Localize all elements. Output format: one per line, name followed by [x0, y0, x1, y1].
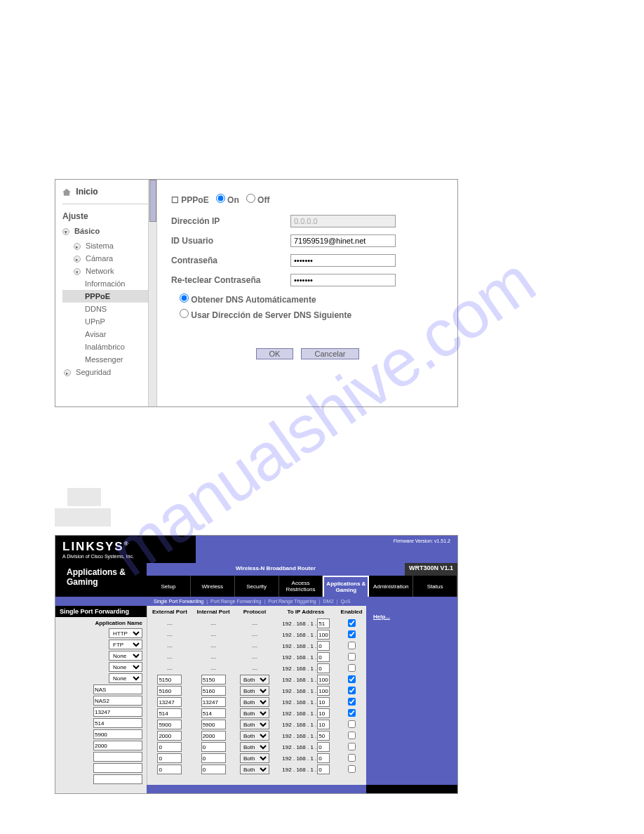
sidebar-sub-messenger[interactable]: Messenger: [62, 353, 152, 366]
app-name-input[interactable]: [93, 718, 142, 728]
sidebar-sub-ddns[interactable]: DDNS: [62, 303, 152, 315]
ip-last-octet[interactable]: [317, 618, 330, 628]
password2-field[interactable]: [290, 274, 396, 286]
sidebar-sub-pppoe[interactable]: PPPoE: [62, 290, 152, 303]
protocol-select[interactable]: Both: [240, 764, 269, 774]
app-name-input[interactable]: [93, 696, 142, 706]
ip-last-octet[interactable]: [317, 686, 330, 696]
enabled-checkbox[interactable]: [348, 630, 356, 638]
scrollbar[interactable]: [148, 180, 156, 406]
protocol-select[interactable]: Both: [240, 731, 269, 741]
subnav-dmz[interactable]: DMZ: [323, 599, 334, 604]
app-select[interactable]: None: [109, 662, 142, 672]
protocol-select[interactable]: Both: [240, 697, 269, 707]
app-select[interactable]: None: [109, 651, 142, 661]
tab-administration[interactable]: Administration: [369, 576, 413, 597]
enabled-checkbox[interactable]: [348, 754, 356, 762]
cancel-button[interactable]: Cancelar: [301, 348, 358, 359]
app-name-input[interactable]: [93, 752, 142, 762]
tab-wireless[interactable]: Wireless: [191, 576, 235, 597]
app-select[interactable]: FTP: [109, 640, 142, 649]
tab-status[interactable]: Status: [413, 576, 457, 597]
ip-last-octet[interactable]: [317, 720, 330, 729]
subnav-qos[interactable]: QoS: [341, 599, 351, 604]
protocol-select[interactable]: Both: [240, 686, 269, 696]
home-link[interactable]: Inicio: [62, 187, 152, 204]
internal-port-input[interactable]: [201, 720, 226, 729]
enabled-checkbox[interactable]: [348, 709, 356, 717]
enabled-checkbox[interactable]: [348, 642, 356, 649]
tab-security[interactable]: Security: [235, 576, 279, 597]
sidebar-item-seguridad[interactable]: ▸ Seguridad: [62, 366, 152, 378]
enabled-checkbox[interactable]: [348, 664, 356, 672]
dns-manual-radio[interactable]: [180, 309, 189, 318]
external-port-input[interactable]: [157, 742, 182, 752]
dns-manual-row[interactable]: Usar Dirección de Server DNS Siguiente: [180, 309, 443, 320]
tab-access[interactable]: AccessRestrictions: [279, 576, 323, 597]
app-name-input[interactable]: [93, 774, 142, 784]
subnav-port-range[interactable]: Port Range Forwarding: [210, 599, 261, 604]
ip-last-octet[interactable]: [317, 731, 330, 741]
app-name-input[interactable]: [93, 763, 142, 773]
ip-last-octet[interactable]: [317, 708, 330, 718]
enabled-checkbox[interactable]: [348, 765, 356, 773]
ip-last-octet[interactable]: [317, 742, 330, 752]
enabled-checkbox[interactable]: [348, 687, 356, 694]
sidebar-sub-informacion[interactable]: Información: [62, 277, 152, 290]
tab-applications-gaming[interactable]: Applications &Gaming: [323, 576, 369, 597]
protocol-select[interactable]: Both: [240, 675, 269, 684]
app-name-input[interactable]: [93, 684, 142, 694]
sidebar-sub-inalambrico[interactable]: Inalámbrico: [62, 340, 152, 353]
ip-last-octet[interactable]: [317, 675, 330, 684]
external-port-input[interactable]: [157, 675, 182, 684]
internal-port-input[interactable]: [201, 708, 226, 718]
dns-auto-radio[interactable]: [180, 293, 189, 303]
basico-heading[interactable]: ▾ Básico: [62, 227, 152, 235]
sidebar-item-sistema[interactable]: ▸ Sistema: [62, 239, 152, 252]
ok-button[interactable]: OK: [256, 348, 294, 359]
app-select[interactable]: None: [109, 673, 142, 683]
ip-last-octet[interactable]: [317, 641, 330, 651]
tab-setup[interactable]: Setup: [147, 576, 191, 597]
user-field[interactable]: [290, 234, 396, 247]
enabled-checkbox[interactable]: [348, 619, 356, 627]
internal-port-input[interactable]: [201, 753, 226, 763]
internal-port-input[interactable]: [201, 686, 226, 696]
ip-last-octet[interactable]: [317, 663, 330, 673]
subnav-single-port[interactable]: Single Port Forwarding: [154, 599, 203, 604]
enabled-checkbox[interactable]: [348, 698, 356, 706]
internal-port-input[interactable]: [201, 742, 226, 752]
external-port-input[interactable]: [157, 731, 182, 741]
pppoe-on-radio[interactable]: [216, 194, 225, 203]
internal-port-input[interactable]: [201, 675, 226, 684]
pppoe-off-radio[interactable]: [246, 194, 255, 203]
enabled-checkbox[interactable]: [348, 720, 356, 728]
sidebar-item-camara[interactable]: ▸ Cámara: [62, 252, 152, 265]
dns-auto-row[interactable]: Obtener DNS Automáticamente: [180, 293, 443, 305]
app-name-input[interactable]: [93, 729, 142, 739]
ip-last-octet[interactable]: [317, 630, 330, 640]
app-select[interactable]: HTTP: [109, 628, 142, 638]
enabled-checkbox[interactable]: [348, 653, 356, 661]
sidebar-item-network[interactable]: ▾ Network: [62, 265, 152, 277]
enabled-checkbox[interactable]: [348, 732, 356, 739]
app-name-input[interactable]: [93, 741, 142, 750]
external-port-input[interactable]: [157, 708, 182, 718]
protocol-select[interactable]: Both: [240, 753, 269, 763]
password-field[interactable]: [290, 254, 396, 267]
ip-last-octet[interactable]: [317, 652, 330, 662]
scrollbar-thumb[interactable]: [149, 180, 156, 222]
protocol-select[interactable]: Both: [240, 720, 269, 729]
external-port-input[interactable]: [157, 753, 182, 763]
internal-port-input[interactable]: [201, 697, 226, 707]
enabled-checkbox[interactable]: [348, 675, 356, 683]
internal-port-input[interactable]: [201, 731, 226, 741]
subnav-port-trigger[interactable]: Port Range Triggering: [268, 599, 316, 604]
external-port-input[interactable]: [157, 764, 182, 774]
enabled-checkbox[interactable]: [348, 743, 356, 750]
ip-last-octet[interactable]: [317, 764, 330, 774]
protocol-select[interactable]: Both: [240, 742, 269, 752]
app-name-input[interactable]: [93, 707, 142, 717]
external-port-input[interactable]: [157, 697, 182, 707]
protocol-select[interactable]: Both: [240, 708, 269, 718]
